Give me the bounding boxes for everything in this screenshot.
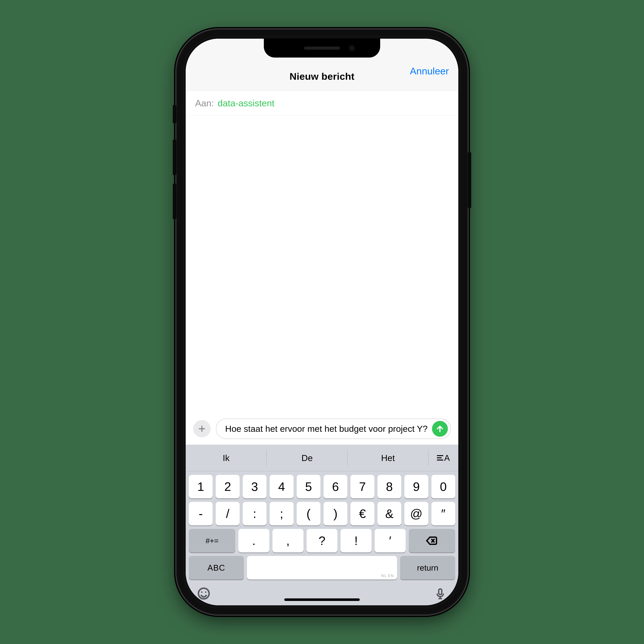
key-dash[interactable]: -	[189, 502, 213, 525]
key-6[interactable]: 6	[324, 475, 347, 498]
suggestion-1[interactable]: Ik	[186, 445, 267, 471]
key-exclaim[interactable]: !	[341, 529, 372, 552]
volume-up-button[interactable]	[173, 139, 176, 175]
arrow-up-icon	[436, 425, 444, 433]
key-paren-open[interactable]: (	[297, 502, 320, 525]
key-7[interactable]: 7	[350, 475, 374, 498]
key-more-symbols[interactable]: #+=	[189, 529, 235, 552]
mute-switch[interactable]	[173, 105, 176, 124]
key-2[interactable]: 2	[216, 475, 239, 498]
key-slash[interactable]: /	[216, 502, 239, 525]
key-prime[interactable]: ′	[375, 529, 406, 552]
page-title: Nieuw bericht	[289, 71, 354, 82]
key-3[interactable]: 3	[243, 475, 266, 498]
phone-frame: Nieuw bericht Annuleer Aan: data-assiste…	[176, 29, 468, 615]
volume-down-button[interactable]	[173, 183, 176, 219]
message-text: Hoe staat het ervoor met het budget voor…	[225, 424, 428, 434]
home-indicator[interactable]	[284, 598, 360, 601]
paragraph-lines-icon	[437, 455, 443, 461]
key-4[interactable]: 4	[270, 475, 293, 498]
emoji-button[interactable]	[197, 586, 211, 601]
svg-rect-3	[439, 589, 442, 595]
suggestion-2[interactable]: De	[267, 445, 348, 471]
phone-screen: Nieuw bericht Annuleer Aan: data-assiste…	[186, 39, 458, 605]
backspace-icon	[426, 535, 438, 547]
display-notch	[264, 39, 380, 58]
svg-point-1	[201, 591, 203, 593]
key-question[interactable]: ?	[307, 529, 338, 552]
key-double-prime[interactable]: ″	[431, 502, 455, 525]
dictation-button[interactable]	[433, 586, 447, 601]
key-period[interactable]: .	[238, 529, 269, 552]
key-abc[interactable]: ABC	[189, 556, 244, 580]
key-semicolon[interactable]: ;	[270, 502, 293, 525]
send-button[interactable]	[432, 421, 448, 437]
key-colon[interactable]: :	[243, 502, 266, 525]
key-5[interactable]: 5	[297, 475, 320, 498]
compose-bar: Hoe staat het ervoor met het budget voor…	[186, 414, 458, 445]
key-0[interactable]: 0	[431, 475, 455, 498]
recipient-row[interactable]: Aan: data-assistent	[186, 91, 458, 116]
cancel-button[interactable]: Annuleer	[410, 65, 449, 77]
to-label: Aan:	[195, 98, 214, 108]
key-row-3: #+= . , ? ! ′	[186, 525, 458, 552]
key-9[interactable]: 9	[404, 475, 428, 498]
key-euro[interactable]: €	[350, 502, 374, 525]
svg-point-2	[205, 591, 206, 593]
keyboard-language-indicator: NL EN	[381, 574, 394, 578]
conversation-area[interactable]	[186, 116, 458, 414]
earpiece-speaker	[304, 47, 340, 50]
predictive-bar: Ik De Het A	[186, 445, 458, 471]
key-row-2: - / : ; ( ) € & @ ″	[186, 498, 458, 525]
attach-button[interactable]	[193, 420, 211, 437]
key-at[interactable]: @	[404, 502, 428, 525]
front-camera	[349, 45, 355, 51]
key-space[interactable]	[247, 556, 397, 580]
emoji-icon	[197, 587, 211, 600]
letter-a-icon: A	[444, 453, 450, 463]
recipient-chip[interactable]: data-assistent	[218, 98, 274, 108]
key-row-4: ABC NL EN return	[186, 552, 458, 580]
key-return[interactable]: return	[400, 556, 455, 580]
plus-icon	[198, 425, 206, 433]
microphone-icon	[434, 587, 446, 600]
keyboard: Ik De Het A 1 2 3 4 5 6 7 8 9	[186, 445, 458, 605]
key-backspace[interactable]	[409, 529, 455, 552]
message-input[interactable]: Hoe staat het ervoor met het budget voor…	[216, 419, 451, 439]
key-paren-close[interactable]: )	[324, 502, 347, 525]
text-format-button[interactable]: A	[428, 445, 458, 471]
key-row-1: 1 2 3 4 5 6 7 8 9 0	[186, 471, 458, 498]
key-ampersand[interactable]: &	[378, 502, 401, 525]
suggestion-3[interactable]: Het	[347, 445, 428, 471]
key-1[interactable]: 1	[189, 475, 213, 498]
key-comma[interactable]: ,	[272, 529, 303, 552]
power-button[interactable]	[468, 152, 471, 208]
key-8[interactable]: 8	[378, 475, 401, 498]
